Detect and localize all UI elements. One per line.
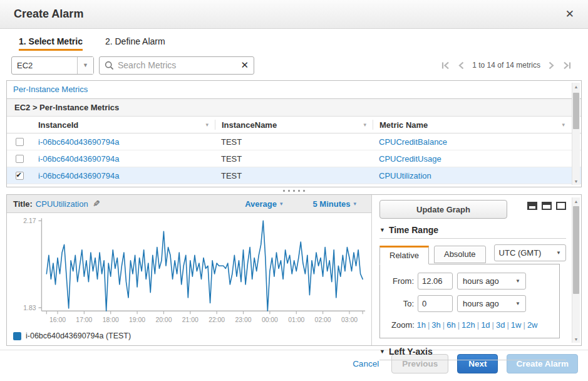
first-page-icon[interactable] — [441, 61, 450, 70]
scrollbar-thumb[interactable] — [573, 93, 579, 129]
zoom-links: 1h|3h|6h|12h|1d|3d|1w|2w — [416, 320, 537, 330]
collapse-triangle-icon[interactable]: ▼ — [379, 227, 385, 233]
row-checkbox[interactable] — [16, 155, 24, 163]
metric-name-link[interactable]: CPUCreditBalance — [373, 137, 571, 147]
update-graph-button[interactable]: Update Graph — [379, 200, 507, 219]
graph-header: Title: CPUUtilization ✎ Average ▾ 5 Minu… — [7, 195, 371, 213]
namespace-value: EC2 — [12, 61, 77, 70]
search-input[interactable] — [118, 60, 237, 70]
panel-resize-handle[interactable] — [0, 187, 588, 194]
to-unit-select[interactable]: hours ago ▼ — [457, 295, 526, 312]
edit-title-icon[interactable]: ✎ — [93, 199, 100, 209]
tab-select-metric[interactable]: 1. Select Metric — [19, 36, 83, 51]
zoom-link-1d[interactable]: 1d — [481, 320, 490, 330]
tab-define-alarm[interactable]: 2. Define Alarm — [105, 36, 165, 46]
timezone-select[interactable]: UTC (GMT) ▼ — [494, 244, 566, 261]
graph-size-icons — [527, 200, 566, 210]
svg-text:16:00: 16:00 — [49, 315, 66, 323]
search-row: EC2 ▼ ✕ 1 to 14 of 14 metrics — [0, 54, 588, 80]
options-scrollbar[interactable]: ▲ ▼ — [572, 197, 580, 343]
scroll-down-icon[interactable]: ▼ — [572, 177, 580, 185]
svg-text:2.17: 2.17 — [23, 217, 36, 224]
clear-search-icon[interactable]: ✕ — [240, 60, 249, 71]
graph-title-label: Title: — [13, 199, 33, 209]
column-metric-name[interactable]: Metric Name ▾ — [373, 120, 571, 130]
metric-name-link[interactable]: CPUCreditUsage — [373, 154, 571, 164]
metric-name-link[interactable]: CPUUtilization — [373, 171, 571, 180]
to-input[interactable] — [418, 295, 453, 312]
instance-id-link[interactable]: i-06bc640d43690794a — [32, 154, 215, 164]
metrics-scrollbar[interactable]: ▲ ▼ — [572, 83, 580, 185]
statistic-dropdown[interactable]: Average ▾ — [245, 199, 282, 209]
divider — [379, 238, 566, 239]
prev-page-icon[interactable] — [458, 61, 465, 70]
column-instance-id[interactable]: InstanceId ▾ — [32, 120, 215, 130]
close-icon[interactable]: ✕ — [565, 8, 574, 21]
instance-id-link[interactable]: i-06bc640d43690794a — [32, 171, 215, 180]
svg-text:17:00: 17:00 — [76, 315, 92, 323]
zoom-link-1w[interactable]: 1w — [511, 320, 522, 330]
period-dropdown[interactable]: 5 Minutes ▾ — [313, 199, 357, 209]
table-row[interactable]: i-06bc640d43690794aTESTCPUCreditBalance — [7, 133, 581, 150]
svg-text:19:00: 19:00 — [129, 315, 145, 323]
metrics-category-row: Per-Instance Metrics — [7, 81, 581, 99]
select-arrow-icon: ▼ — [515, 301, 520, 306]
zoom-link-2w[interactable]: 2w — [527, 320, 538, 330]
zoom-link-3h[interactable]: 3h — [431, 320, 440, 330]
dialog-title: Create Alarm — [14, 8, 83, 21]
instance-id-link[interactable]: i-06bc640d43690794a — [32, 137, 215, 147]
pagination-text: 1 to 14 of 14 metrics — [472, 61, 540, 70]
zoom-label: Zoom: — [391, 320, 415, 330]
metrics-panel: Per-Instance Metrics EC2 > Per-Instance … — [6, 80, 582, 187]
collapse-triangle-icon[interactable]: ▼ — [379, 348, 385, 355]
row-checkbox[interactable] — [16, 172, 24, 180]
from-unit-select[interactable]: hours ago ▼ — [457, 273, 526, 290]
zoom-link-3d[interactable]: 3d — [496, 320, 505, 330]
column-instance-name[interactable]: InstanceName ▾ — [215, 120, 373, 130]
graph-size-medium-icon[interactable] — [542, 202, 552, 210]
scroll-up-icon[interactable]: ▲ — [572, 197, 580, 205]
previous-button[interactable]: Previous — [391, 354, 448, 373]
time-range-section-header[interactable]: ▼ Time Range — [379, 225, 566, 235]
sort-caret-icon[interactable]: ▾ — [205, 122, 209, 128]
last-page-icon[interactable] — [562, 61, 572, 70]
to-row: To: hours ago ▼ — [384, 295, 553, 312]
next-page-icon[interactable] — [548, 61, 555, 70]
scrollbar-thumb[interactable] — [573, 206, 579, 294]
svg-text:22:00: 22:00 — [209, 315, 225, 323]
per-instance-metrics-link[interactable]: Per-Instance Metrics — [13, 85, 88, 94]
scroll-down-icon[interactable]: ▼ — [572, 335, 580, 343]
svg-text:02:00: 02:00 — [315, 315, 331, 323]
create-alarm-button[interactable]: Create Alarm — [507, 354, 578, 373]
left-y-axis-section-header[interactable]: ▼ Left Y-axis — [379, 347, 566, 357]
row-checkbox[interactable] — [16, 138, 24, 146]
cancel-link[interactable]: Cancel — [353, 359, 379, 368]
table-row[interactable]: i-06bc640d43690794aTESTCPUUtilization — [7, 167, 581, 184]
graph-area: Title: CPUUtilization ✎ Average ▾ 5 Minu… — [7, 195, 372, 345]
instance-name-cell: TEST — [215, 171, 373, 180]
from-input[interactable] — [418, 273, 453, 290]
zoom-link-6h[interactable]: 6h — [446, 320, 455, 330]
svg-text:01:00: 01:00 — [288, 315, 304, 323]
select-arrow-icon: ▼ — [515, 278, 520, 284]
tab-relative[interactable]: Relative — [379, 246, 429, 264]
instance-name-cell: TEST — [215, 137, 373, 147]
search-icon — [105, 61, 114, 70]
graph-size-large-icon[interactable] — [556, 202, 566, 210]
scroll-up-icon[interactable]: ▲ — [572, 83, 580, 90]
zoom-link-1h[interactable]: 1h — [416, 320, 425, 330]
instance-name-cell: TEST — [215, 154, 373, 164]
zoom-link-12h[interactable]: 12h — [462, 320, 475, 330]
graph-panel: Title: CPUUtilization ✎ Average ▾ 5 Minu… — [6, 194, 582, 346]
tab-absolute[interactable]: Absolute — [434, 246, 486, 263]
table-row[interactable]: i-06bc640d43690794aTESTCPUCreditUsage — [7, 150, 581, 167]
dialog-header: Create Alarm ✕ — [0, 0, 588, 29]
sort-caret-icon[interactable]: ▾ — [562, 122, 565, 128]
namespace-select[interactable]: EC2 ▼ — [11, 56, 94, 75]
from-row: From: hours ago ▼ — [384, 273, 553, 290]
next-button[interactable]: Next — [457, 354, 498, 373]
graph-size-small-icon[interactable] — [527, 202, 537, 210]
chevron-down-icon[interactable]: ▼ — [77, 57, 93, 74]
legend-swatch — [13, 332, 21, 340]
sort-caret-icon[interactable]: ▾ — [363, 122, 366, 128]
